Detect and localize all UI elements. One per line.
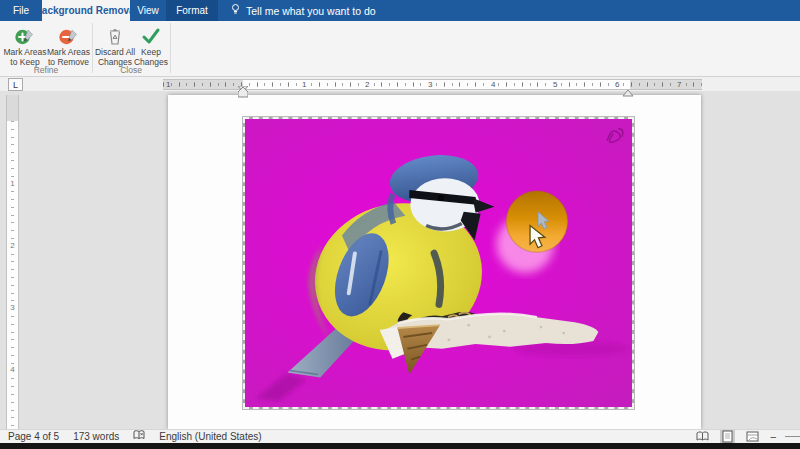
status-bar: Page 4 of 5 173 words English (United St… <box>0 429 800 443</box>
word-count[interactable]: 173 words <box>73 431 119 442</box>
taskbar-edge <box>0 443 800 449</box>
discard-all-changes-button[interactable]: Discard All Changes <box>94 23 136 67</box>
vruler-number: 2 <box>7 241 18 250</box>
keep-changes-check-icon <box>141 25 161 47</box>
ribbon-group-divider <box>170 23 171 73</box>
vruler-number: 4 <box>7 365 18 374</box>
tab-view[interactable]: View <box>130 0 166 21</box>
ruler-number: 1 <box>165 80 171 89</box>
ruler-number: 2 <box>364 80 370 89</box>
ruler-number: 3 <box>427 80 433 89</box>
vruler-number: 3 <box>7 303 18 312</box>
tab-stop-selector[interactable]: L <box>8 78 23 91</box>
word-window: File Background Removal View Format Tell… <box>0 0 800 449</box>
vertical-ruler-margin <box>7 95 18 121</box>
proofing-status-icon[interactable] <box>133 430 145 443</box>
document-workspace: 1 2 3 4 <box>0 91 800 429</box>
discard-label-1: Discard All <box>95 47 135 57</box>
zoom-slider[interactable] <box>785 436 800 437</box>
ruler-row: L 1 1 2 3 4 5 6 7 <box>0 77 800 91</box>
keep-changes-label-1: Keep <box>141 47 161 57</box>
mark-keep-label-1: Mark Areas <box>4 47 47 57</box>
mark-remove-icon <box>58 25 80 47</box>
print-layout-button[interactable] <box>720 430 735 443</box>
hanging-indent-marker[interactable] <box>238 84 248 102</box>
picture-canvas <box>245 119 632 407</box>
mark-remove-label-1: Mark Areas <box>47 47 90 57</box>
language-indicator[interactable]: English (United States) <box>159 431 261 442</box>
ribbon: Mark Areas to Keep Mark Areas to Remove <box>0 21 800 77</box>
ruler-number: 4 <box>490 80 496 89</box>
ruler-number: 6 <box>614 80 620 89</box>
keep-changes-button[interactable]: Keep Changes <box>133 23 169 67</box>
ribbon-tab-bar: File Background Removal View Format Tell… <box>0 0 800 21</box>
close-group-label: Close <box>92 65 170 75</box>
view-controls: − <box>694 430 800 443</box>
web-layout-button[interactable] <box>744 430 761 443</box>
vertical-ruler[interactable]: 1 2 3 4 <box>6 95 19 429</box>
tell-me-label: Tell me what you want to do <box>246 5 376 17</box>
tab-background-removal[interactable]: Background Removal <box>42 0 130 21</box>
page-indicator[interactable]: Page 4 of 5 <box>8 431 59 442</box>
ruler-number: 5 <box>552 80 558 89</box>
discard-changes-icon <box>105 25 125 47</box>
read-mode-button[interactable] <box>694 430 711 443</box>
vertical-ruler-ticks <box>11 121 14 429</box>
refine-group-label: Refine <box>0 65 92 75</box>
mark-keep-icon <box>14 25 36 47</box>
ruler-number: 7 <box>676 80 682 89</box>
tab-format[interactable]: Format <box>166 0 218 21</box>
selected-picture-background-removal[interactable] <box>243 117 634 409</box>
vruler-number: 1 <box>7 179 18 188</box>
lightbulb-icon <box>230 3 241 18</box>
ruler-number: 1 <box>301 80 307 89</box>
mark-areas-to-keep-button[interactable]: Mark Areas to Keep <box>3 23 47 67</box>
tell-me-box[interactable]: Tell me what you want to do <box>230 0 376 21</box>
right-indent-marker[interactable] <box>623 83 633 101</box>
zoom-out-button[interactable]: − <box>770 431 776 443</box>
mark-areas-to-remove-button[interactable]: Mark Areas to Remove <box>46 23 91 67</box>
